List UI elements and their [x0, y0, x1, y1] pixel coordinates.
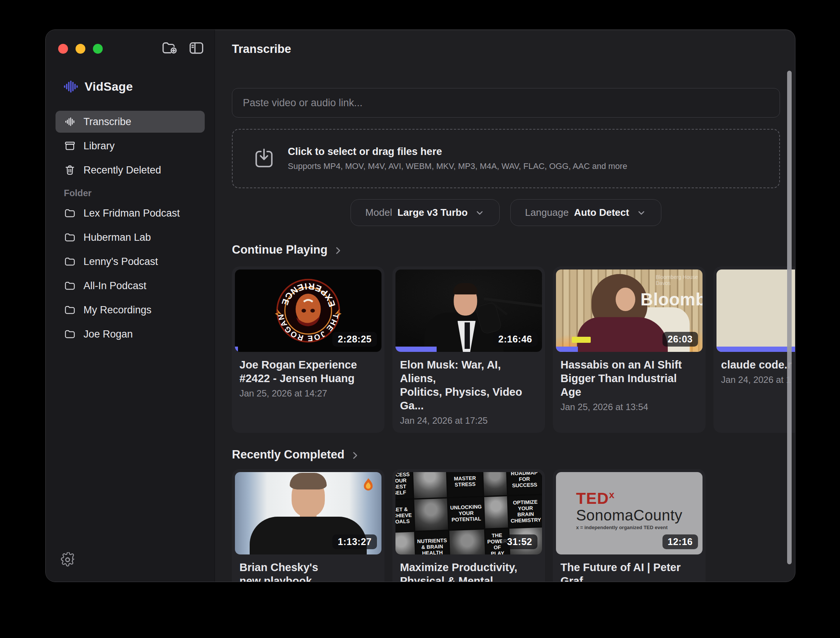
sidebar-item-label: Recently Deleted	[84, 165, 161, 176]
video-title: Joe Rogan Experience #2422 - Jensen Huan…	[240, 358, 377, 385]
folder-label: Huberman Lab	[84, 232, 151, 244]
sidebar-folder-joe-rogan[interactable]: Joe Rogan	[55, 323, 205, 345]
video-thumbnail: ACCESS YOUR BEST SELF MASTER STRESS ROAD…	[395, 472, 542, 554]
duration-badge: 31:52	[502, 534, 537, 549]
tedx-logo: TEDx SonomaCounty x = independently orga…	[576, 489, 682, 530]
section-title: Recently Completed	[232, 447, 344, 462]
video-card-brian-chesky[interactable]: 1:13:27 Brian Chesky's new playbook Jan …	[232, 469, 385, 582]
duration-badge: 1:13:27	[332, 534, 377, 549]
progress-bar	[556, 347, 578, 352]
vertical-scrollbar[interactable]	[787, 71, 792, 564]
progress-bar	[395, 347, 437, 352]
video-card-claude-code[interactable]: claude code.r Jan 24, 2026 at 1	[714, 266, 796, 433]
gear-icon	[60, 552, 75, 567]
sidebar-folder-my-recordings[interactable]: My Recordings	[55, 299, 205, 321]
duration-badge: 2:16:46	[493, 332, 537, 347]
video-date: Jan 24, 2026 at 17:25	[400, 415, 537, 426]
channel-flame-logo	[360, 477, 376, 492]
dropzone-subtitle: Supports MP4, MOV, M4V, AVI, WEBM, MKV, …	[288, 161, 627, 171]
library-icon	[64, 140, 76, 152]
app-window: VidSage Transcribe	[45, 30, 796, 582]
app-logo: VidSage	[63, 79, 133, 94]
sidebar-item-label: Library	[84, 140, 115, 152]
progress-bar	[717, 347, 796, 352]
folder-label: Lenny's Podcast	[84, 256, 158, 268]
folder-label: My Recordings	[84, 304, 152, 316]
sidebar-item-library[interactable]: Library	[55, 135, 205, 157]
video-title: Hassabis on an AI Shift Bigger Than Indu…	[561, 358, 698, 399]
file-dropzone[interactable]: Click to select or drag files here Suppo…	[232, 129, 780, 188]
progress-bar	[235, 347, 238, 352]
zoom-window-button[interactable]	[93, 44, 103, 54]
video-card-huberman-productivity[interactable]: ACCESS YOUR BEST SELF MASTER STRESS ROAD…	[392, 469, 545, 582]
video-thumbnail: 2:16:46	[395, 269, 542, 352]
bloomberg-house-label: Bloomberg House Davos	[656, 274, 698, 286]
app-name: VidSage	[85, 80, 133, 94]
link-input-placeholder: Paste video or audio link...	[243, 97, 363, 109]
chevron-right-icon	[350, 450, 360, 461]
sidebar-folder-huberman[interactable]: Huberman Lab	[55, 226, 205, 248]
sidebar: VidSage Transcribe	[46, 30, 215, 582]
folder-label: All-In Podcast	[84, 280, 147, 292]
download-tray-icon	[252, 147, 276, 171]
duration-badge: 26:03	[663, 332, 698, 347]
model-value: Large v3 Turbo	[397, 207, 467, 218]
video-card-hassabis[interactable]: Bloomberg House Davos Bloomb 26:03 Hassa…	[553, 266, 706, 433]
folder-label: Lex Fridman Podcast	[84, 207, 180, 219]
video-date: Jan 25, 2026 at 13:54	[561, 402, 698, 412]
folder-icon	[64, 280, 76, 292]
duration-badge: 12:16	[663, 534, 698, 549]
dropzone-title: Click to select or drag files here	[288, 146, 627, 158]
video-date: Jan 25, 2026 at 14:27	[240, 388, 377, 399]
chevron-down-icon	[636, 207, 647, 218]
language-value: Auto Detect	[574, 207, 629, 218]
close-window-button[interactable]	[58, 44, 68, 54]
video-title: claude code.r	[721, 358, 796, 372]
subtitle-chip	[572, 337, 591, 343]
folder-icon	[64, 231, 76, 244]
sidebar-folder-lex-fridman[interactable]: Lex Fridman Podcast	[55, 202, 205, 224]
duration-badge: 2:28:25	[332, 332, 377, 347]
video-thumbnail: THE JOE ROGAN EXPERIENCE 2:28:25	[235, 269, 382, 352]
video-card-joe-rogan[interactable]: THE JOE ROGAN EXPERIENCE 2:28:25 Joe Rog…	[232, 266, 385, 433]
video-title: Elon Musk: War, AI, Aliens, Politics, Ph…	[400, 358, 537, 412]
toggle-sidebar-icon[interactable]	[188, 40, 205, 56]
link-input[interactable]: Paste video or audio link...	[232, 88, 780, 117]
folder-icon	[64, 328, 76, 340]
folders-section-header: Folder	[64, 188, 205, 198]
model-select[interactable]: Model Large v3 Turbo	[351, 199, 500, 226]
model-label: Model	[365, 207, 392, 218]
chevron-down-icon	[474, 207, 485, 218]
section-title: Continue Playing	[232, 242, 327, 257]
video-title: Brian Chesky's new playbook	[240, 560, 377, 582]
video-thumbnail	[717, 269, 796, 352]
trash-icon	[64, 164, 76, 176]
video-title: Maximize Productivity, Physical & Mental…	[400, 560, 537, 582]
folder-icon	[64, 255, 76, 268]
folder-icon	[64, 304, 76, 316]
video-card-elon-musk[interactable]: 2:16:46 Elon Musk: War, AI, Aliens, Poli…	[392, 266, 545, 433]
folder-icon	[64, 207, 76, 219]
waveform-icon	[64, 116, 76, 128]
sidebar-item-label: Transcribe	[84, 116, 131, 128]
video-thumbnail: TEDx SonomaCounty x = independently orga…	[556, 472, 703, 554]
window-controls	[58, 44, 103, 54]
sidebar-item-transcribe[interactable]: Transcribe	[55, 111, 205, 133]
sidebar-folder-lennys[interactable]: Lenny's Podcast	[55, 250, 205, 272]
folder-label: Joe Rogan	[84, 328, 133, 340]
language-select[interactable]: Language Auto Detect	[510, 199, 662, 226]
language-label: Language	[525, 207, 569, 218]
video-card-tedx[interactable]: TEDx SonomaCounty x = independently orga…	[553, 469, 706, 582]
sidebar-item-recently-deleted[interactable]: Recently Deleted	[55, 159, 205, 181]
bloomberg-logo-text: Bloomb	[641, 289, 703, 310]
new-folder-icon[interactable]	[161, 40, 177, 56]
video-date: Jan 24, 2026 at 1	[721, 375, 796, 385]
chevron-right-icon	[333, 245, 343, 256]
page-title: Transcribe	[232, 42, 780, 56]
settings-button[interactable]	[60, 552, 75, 567]
main-content: Transcribe Paste video or audio link... …	[215, 30, 795, 582]
recently-completed-header[interactable]: Recently Completed	[232, 447, 780, 462]
continue-playing-header[interactable]: Continue Playing	[232, 242, 780, 257]
sidebar-folder-all-in[interactable]: All-In Podcast	[55, 275, 205, 297]
minimize-window-button[interactable]	[76, 44, 85, 54]
